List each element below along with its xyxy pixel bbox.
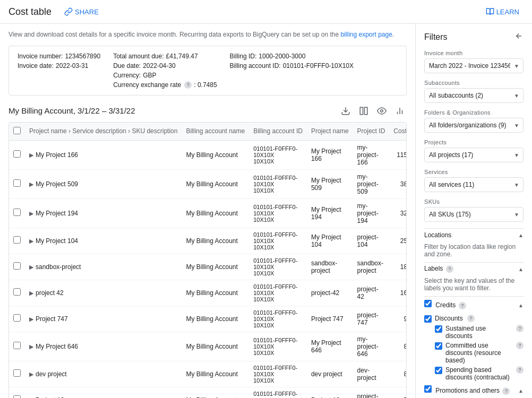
total-due-label: Total amount due: xyxy=(113,53,164,60)
expand-icon[interactable]: ▶ xyxy=(29,316,33,322)
row-checkbox[interactable] xyxy=(13,288,21,296)
invoice-col-1: Invoice number: 1234567890 Invoice date:… xyxy=(18,53,100,89)
table-row: ▶project 42 My Billing Account 010101-F0… xyxy=(9,280,407,306)
row-cost: 779.78 xyxy=(389,387,407,398)
row-checkbox-cell xyxy=(9,332,25,361)
account-header: My Billing Account, 3/1/22 – 3/31/22 xyxy=(8,104,407,118)
row-checkbox[interactable] xyxy=(13,369,21,377)
credits-checkbox[interactable] xyxy=(424,300,432,307)
invoice-month-select[interactable]: March 2022 - Invoice 1234567890 xyxy=(424,58,524,73)
sidebar-header: Filters xyxy=(424,30,524,44)
row-billing-id: 010101-F0FFF0-10X10X10X10X xyxy=(249,387,307,398)
row-project-id: my-project-194 xyxy=(353,198,390,228)
skus-select[interactable]: All SKUs (175) xyxy=(424,207,524,222)
row-project-id: my-project-166 xyxy=(353,140,390,169)
discounts-checkbox[interactable] xyxy=(424,315,432,323)
help-icon-exchange: ? xyxy=(184,81,192,89)
subaccounts-select[interactable]: All subaccounts (2) xyxy=(424,88,524,103)
expand-icon[interactable]: ▶ xyxy=(29,210,33,217)
spending-checkbox[interactable] xyxy=(435,367,442,374)
download-button[interactable] xyxy=(339,104,353,118)
row-billing-name: My Billing Account xyxy=(182,387,249,398)
header-cost[interactable]: Cost (£) ▼ xyxy=(389,123,407,141)
row-cost: 3885.45 xyxy=(389,169,407,198)
expand-icon[interactable]: ▶ xyxy=(29,290,33,296)
spending-item: Spending based discounts (contractual) ? xyxy=(435,366,524,381)
subaccounts-filter: Subaccounts All subaccounts (2) xyxy=(424,80,524,103)
table-row: ▶Project 10 My Billing Account 010101-F0… xyxy=(9,387,407,398)
locations-section-header[interactable]: Locations xyxy=(424,228,524,241)
row-checkbox[interactable] xyxy=(13,179,21,187)
header-project-name: Project name › Service description › SKU… xyxy=(25,123,182,141)
services-select[interactable]: All services (11) xyxy=(424,177,524,192)
expand-icon[interactable]: ▶ xyxy=(29,181,33,187)
svg-point-3 xyxy=(381,110,383,113)
row-checkbox[interactable] xyxy=(13,395,21,398)
row-project-desc: ▶Project 10 xyxy=(25,387,182,398)
row-checkbox[interactable] xyxy=(13,209,21,216)
row-billing-name: My Billing Account xyxy=(182,306,249,332)
columns-button[interactable] xyxy=(357,104,371,118)
labels-section-header[interactable]: Labels ? xyxy=(424,262,524,275)
expand-icon[interactable]: ▶ xyxy=(29,238,33,244)
promotions-others-checkbox[interactable] xyxy=(424,385,432,393)
row-checkbox[interactable] xyxy=(13,342,21,349)
promotions-section-header[interactable]: Promotions and others ? xyxy=(424,383,524,397)
row-checkbox-cell xyxy=(9,198,25,228)
projects-label: Projects xyxy=(424,139,524,145)
invoice-date-label: Invoice date: xyxy=(18,62,54,70)
labels-help-icon: ? xyxy=(446,265,453,273)
row-project-name: sandbox-project xyxy=(307,254,353,280)
sustained-help-icon: ? xyxy=(516,325,524,332)
chart-button[interactable] xyxy=(393,104,407,118)
row-project-id: project-42 xyxy=(353,280,390,306)
credits-title: Credits ? xyxy=(424,300,466,309)
row-billing-name: My Billing Account xyxy=(182,140,249,169)
committed-checkbox[interactable] xyxy=(435,342,442,350)
sustained-checkbox[interactable] xyxy=(435,325,442,333)
billing-account-id-value: 010101-F0FFF0-10X10X xyxy=(283,62,354,70)
filters-sidebar: Filters Invoice month March 2022 - Invoi… xyxy=(415,24,532,398)
row-checkbox-cell xyxy=(9,228,25,254)
row-checkbox[interactable] xyxy=(13,314,21,322)
row-checkbox[interactable] xyxy=(13,236,21,244)
close-sidebar-button[interactable] xyxy=(512,30,524,44)
table-row: ▶My Project 194 My Billing Account 01010… xyxy=(9,198,407,228)
select-all-checkbox[interactable] xyxy=(13,127,21,134)
projects-select[interactable]: All projects (17) xyxy=(424,148,524,162)
row-billing-name: My Billing Account xyxy=(182,332,249,361)
row-cost: 800.40 xyxy=(389,361,407,387)
header-project-name-col: Project name xyxy=(307,123,353,141)
skus-filter: SKUs All SKUs (175) xyxy=(424,198,524,222)
expand-icon[interactable]: ▶ xyxy=(29,371,33,377)
row-billing-id: 010101-F0FFF0-10X10X10X10X xyxy=(249,306,307,332)
billing-export-link[interactable]: billing export page xyxy=(340,31,392,38)
row-project-name: My Project 166 xyxy=(307,140,353,169)
row-project-desc: ▶My Project 194 xyxy=(25,198,182,228)
expand-icon[interactable]: ▶ xyxy=(29,264,33,270)
row-checkbox-cell xyxy=(9,169,25,198)
billing-id-label: Billing ID: xyxy=(230,53,257,60)
row-billing-id: 010101-F0FFF0-10X10X10X10X xyxy=(249,254,307,280)
row-project-id: my-project-509 xyxy=(353,169,390,198)
invoice-info: Invoice number: 1234567890 Invoice date:… xyxy=(8,46,407,96)
folders-select[interactable]: All folders/organizations (9) xyxy=(424,118,524,133)
credits-chevron-icon xyxy=(518,301,524,309)
share-button[interactable]: SHARE xyxy=(60,5,103,18)
promotions-chevron-icon xyxy=(518,386,524,394)
row-project-id: my-project-646 xyxy=(353,332,390,361)
filters-title: Filters xyxy=(424,32,448,42)
row-project-name: Project 747 xyxy=(307,306,353,332)
row-checkbox[interactable] xyxy=(13,150,21,158)
row-project-id: dev-project xyxy=(353,361,390,387)
learn-button[interactable]: LEARN xyxy=(482,5,524,18)
credits-header[interactable]: Credits ? xyxy=(424,297,524,313)
row-checkbox[interactable] xyxy=(13,262,21,270)
invoice-col-3: Billing ID: 1000-2000-3000 Billing accou… xyxy=(230,53,354,89)
committed-help-icon: ? xyxy=(516,342,524,349)
labels-title: Labels ? xyxy=(424,265,453,273)
expand-icon[interactable]: ▶ xyxy=(29,343,33,350)
visibility-button[interactable] xyxy=(375,104,389,118)
expand-icon[interactable]: ▶ xyxy=(29,152,33,158)
invoice-month-filter: Invoice month March 2022 - Invoice 12345… xyxy=(424,50,524,73)
